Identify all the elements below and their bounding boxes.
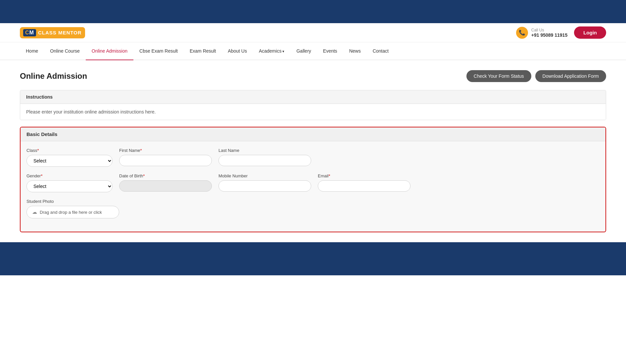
nav-home[interactable]: Home xyxy=(20,42,44,60)
email-label: Email* xyxy=(318,173,410,178)
call-number: +91 95089 11915 xyxy=(531,32,567,38)
header-right: 📞 Call Us +91 95089 11915 Login xyxy=(516,26,606,39)
lastname-input[interactable] xyxy=(218,155,311,166)
instructions-body: Please enter your institution online adm… xyxy=(20,104,606,120)
form-row-3: Student Photo ☁ Drag and drop a file her… xyxy=(26,199,600,218)
photo-label: Student Photo xyxy=(26,199,119,204)
email-input[interactable] xyxy=(318,180,410,192)
top-bar xyxy=(0,0,626,23)
call-us: 📞 Call Us +91 95089 11915 xyxy=(516,27,567,39)
firstname-input[interactable] xyxy=(119,155,212,166)
dob-field-group: Date of Birth* xyxy=(119,173,212,192)
logo-icon: CM xyxy=(23,29,36,36)
call-text: Call Us +91 95089 11915 xyxy=(531,28,567,38)
page-title: Online Admission xyxy=(20,71,87,81)
logo-badge: CM CLASS MENTOR xyxy=(20,27,85,38)
nav-about-us[interactable]: About Us xyxy=(222,42,253,60)
nav-exam-result[interactable]: Exam Result xyxy=(184,42,222,60)
basic-details-form: Basic Details Class* Select Class 1 Clas… xyxy=(20,127,606,232)
nav-academics[interactable]: Academics xyxy=(253,42,291,60)
nav-gallery[interactable]: Gallery xyxy=(290,42,317,60)
upload-text: Drag and drop a file here or click xyxy=(40,210,102,215)
header: CM CLASS MENTOR 📞 Call Us +91 95089 1191… xyxy=(0,23,626,42)
upload-icon: ☁ xyxy=(32,209,37,215)
nav-online-course[interactable]: Online Course xyxy=(44,42,86,60)
form-row-1: Class* Select Class 1 Class 2 Class 3 Cl… xyxy=(26,148,600,167)
mobile-label: Mobile Number xyxy=(218,173,311,178)
dob-input[interactable] xyxy=(119,180,212,192)
logo-container: CM CLASS MENTOR xyxy=(20,27,85,38)
lastname-field-group: Last Name xyxy=(218,148,311,167)
form-row-2: Gender* Select Male Female Other Date of… xyxy=(26,173,600,192)
logo-text: CLASS MENTOR xyxy=(38,30,82,35)
mobile-field-group: Mobile Number xyxy=(218,173,311,192)
lastname-label: Last Name xyxy=(218,148,311,153)
gender-select[interactable]: Select Male Female Other xyxy=(26,180,113,192)
navigation: Home Online Course Online Admission Cbse… xyxy=(0,42,626,60)
phone-icon: 📞 xyxy=(516,27,528,39)
header-buttons: Check Your Form Status Download Applicat… xyxy=(466,70,606,82)
main-content: Online Admission Check Your Form Status … xyxy=(0,60,626,242)
form-section-header: Basic Details xyxy=(21,127,605,141)
class-select[interactable]: Select Class 1 Class 2 Class 3 Class 4 C… xyxy=(26,155,113,167)
form-body: Class* Select Class 1 Class 2 Class 3 Cl… xyxy=(21,141,605,232)
dob-label: Date of Birth* xyxy=(119,173,212,178)
nav-news[interactable]: News xyxy=(343,42,367,60)
class-label: Class* xyxy=(26,148,113,153)
nav-cbse-exam[interactable]: Cbse Exam Result xyxy=(133,42,184,60)
file-upload-button[interactable]: ☁ Drag and drop a file here or click xyxy=(26,206,119,218)
class-field-group: Class* Select Class 1 Class 2 Class 3 Cl… xyxy=(26,148,113,167)
email-field-group: Email* xyxy=(318,173,410,192)
check-form-status-button[interactable]: Check Your Form Status xyxy=(466,70,531,82)
nav-events[interactable]: Events xyxy=(317,42,343,60)
nav-contact[interactable]: Contact xyxy=(367,42,395,60)
page-header: Online Admission Check Your Form Status … xyxy=(20,70,606,82)
instructions-header: Instructions xyxy=(20,90,606,104)
login-button[interactable]: Login xyxy=(574,26,606,39)
instructions-box: Instructions Please enter your instituti… xyxy=(20,90,606,120)
gender-label: Gender* xyxy=(26,173,113,178)
gender-field-group: Gender* Select Male Female Other xyxy=(26,173,113,192)
firstname-field-group: First Name* xyxy=(119,148,212,167)
bottom-bar xyxy=(0,242,626,275)
firstname-label: First Name* xyxy=(119,148,212,153)
mobile-input[interactable] xyxy=(218,180,311,192)
call-label: Call Us xyxy=(531,28,567,32)
download-application-button[interactable]: Download Application Form xyxy=(535,70,606,82)
photo-field-group: Student Photo ☁ Drag and drop a file her… xyxy=(26,199,119,218)
nav-online-admission[interactable]: Online Admission xyxy=(86,42,133,60)
